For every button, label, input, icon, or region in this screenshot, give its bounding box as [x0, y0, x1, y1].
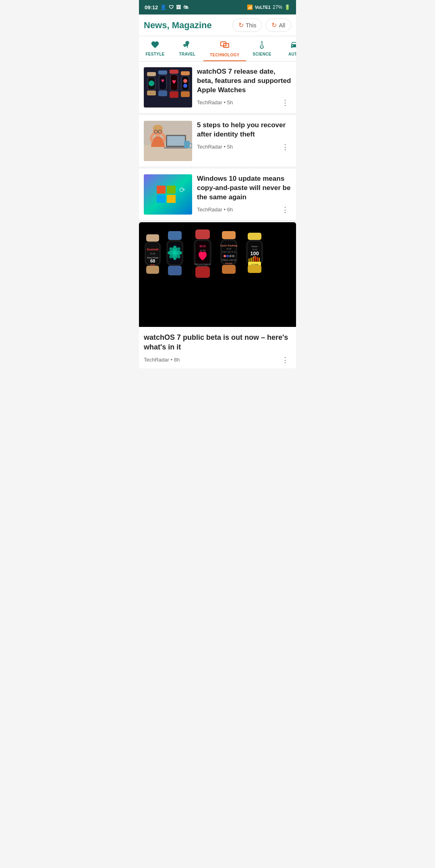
travel-icon: [183, 40, 192, 50]
technology-label: TECHNOLOGY: [210, 53, 240, 57]
auto-label: AUTO: [288, 52, 296, 56]
tab-auto[interactable]: AUTO: [278, 36, 296, 61]
article-card-3[interactable]: ⟳ Windows 10 update means copy-and-paste…: [139, 169, 296, 221]
svg-text:10:09: 10:09: [226, 248, 232, 250]
status-time: 09:12 👤 🛡 🖼 🛍: [145, 4, 188, 10]
svg-rect-14: [158, 70, 167, 74]
svg-rect-24: [181, 71, 190, 75]
tab-travel[interactable]: TRAVEL: [171, 36, 203, 61]
news-list: ♥ ♥ watchOS 7 release date, beta, featur…: [139, 62, 296, 368]
article-source-1: TechRadar • 5h: [197, 99, 233, 105]
shield-icon: 🛡: [169, 4, 174, 10]
battery-text: 27%: [273, 4, 282, 10]
article-card-1[interactable]: ♥ ♥ watchOS 7 release date, beta, featur…: [139, 62, 296, 114]
svg-rect-29: [181, 91, 190, 97]
svg-rect-96: [248, 233, 261, 240]
svg-point-92: [232, 255, 234, 257]
travel-label: TRAVEL: [179, 52, 195, 56]
wifi-icon: 📶: [247, 4, 253, 10]
article-content-3: Windows 10 update means copy-and-paste w…: [197, 174, 291, 214]
svg-point-89: [224, 255, 226, 257]
tab-technology[interactable]: TECHNOLOGY: [203, 36, 246, 61]
more-options-1[interactable]: ⋮: [279, 98, 291, 107]
svg-point-37: [153, 125, 163, 131]
science-label: SCIENCE: [253, 52, 271, 56]
svg-point-27: [183, 79, 187, 83]
big-card-content-1: watchOS 7 public beta is out now – here'…: [139, 327, 296, 368]
svg-text:10:09: 10:09: [150, 252, 155, 255]
tab-science[interactable]: SCIENCE: [246, 36, 278, 61]
svg-rect-23: [170, 91, 178, 98]
science-icon: [258, 40, 267, 50]
svg-rect-26: [182, 76, 188, 90]
svg-rect-42: [157, 186, 166, 194]
svg-rect-47: [139, 222, 296, 327]
svg-point-28: [183, 84, 187, 88]
svg-text:♥: ♥: [172, 78, 176, 86]
big-card-image-1: Summit 10:09 Heart Rate 68 BPM: [139, 222, 296, 327]
svg-rect-106: [253, 257, 254, 262]
svg-text:68: 68: [150, 258, 155, 263]
svg-point-90: [226, 255, 229, 257]
svg-text:Summit: Summit: [147, 248, 159, 251]
lifestyle-icon: [151, 40, 160, 50]
article-card-2[interactable]: 5 steps to help you recover after identi…: [139, 115, 296, 167]
svg-text:Noise: Noise: [251, 245, 258, 248]
svg-text:S M T W T F S: S M T W T F S: [222, 251, 236, 253]
tab-lifestyle[interactable]: FESTYLE: [139, 36, 171, 61]
more-options-2[interactable]: ⋮: [279, 143, 291, 151]
svg-text:ECG: ECG: [199, 245, 206, 248]
svg-rect-48: [146, 234, 159, 242]
article-source-3: TechRadar • 6h: [197, 207, 233, 213]
article-thumb-2: [144, 121, 192, 161]
refresh-this-button[interactable]: ↻ This: [232, 19, 262, 32]
big-card-title-1: watchOS 7 public beta is out now – here'…: [144, 333, 291, 352]
article-title-1: watchOS 7 release date, beta, features a…: [197, 67, 291, 95]
svg-text:Cycle Tracking: Cycle Tracking: [220, 244, 238, 247]
shop-icon: 🛍: [183, 4, 188, 10]
svg-rect-18: [158, 91, 167, 96]
svg-rect-35: [184, 141, 190, 148]
big-card-1[interactable]: Summit 10:09 Heart Rate 68 BPM: [139, 222, 296, 368]
svg-rect-72: [168, 266, 182, 275]
svg-rect-109: [259, 258, 260, 262]
refresh-all-icon: ↻: [271, 21, 277, 29]
article-content-2: 5 steps to help you recover after identi…: [197, 121, 291, 151]
status-indicators: 📶 VoLTE1 27% 🔋: [247, 4, 290, 10]
app-title: News, Magazine: [144, 20, 212, 31]
article-meta-1: TechRadar • 5h ⋮: [197, 98, 291, 107]
svg-rect-57: [146, 266, 159, 274]
svg-rect-108: [257, 257, 258, 262]
svg-rect-107: [255, 256, 256, 262]
refresh-all-button[interactable]: ↻ All: [265, 19, 291, 32]
more-options-big-1[interactable]: ⋮: [279, 355, 291, 364]
svg-rect-81: [195, 267, 210, 278]
article-thumb-3: ⟳: [144, 174, 192, 215]
svg-rect-13: [147, 91, 156, 95]
svg-point-4: [184, 46, 185, 47]
svg-rect-82: [222, 231, 236, 239]
article-thumb-1: ♥ ♥: [144, 67, 192, 107]
more-options-3[interactable]: ⋮: [279, 205, 291, 214]
svg-rect-41: [144, 174, 192, 215]
article-content-1: watchOS 7 release date, beta, features a…: [197, 67, 291, 107]
svg-rect-58: [168, 231, 182, 240]
lifestyle-label: FESTYLE: [145, 52, 164, 56]
svg-rect-43: [167, 186, 176, 194]
svg-rect-73: [195, 229, 210, 239]
article-meta-2: TechRadar • 5h ⋮: [197, 143, 291, 151]
svg-rect-9: [147, 72, 156, 76]
article-title-2: 5 steps to help you recover after identi…: [197, 121, 291, 139]
header-actions: ↻ This ↻ All: [232, 19, 291, 32]
article-meta-3: TechRadar • 6h ⋮: [197, 205, 291, 214]
svg-rect-33: [167, 136, 185, 146]
svg-point-71: [173, 251, 177, 255]
svg-text:⟳: ⟳: [179, 186, 185, 194]
refresh-this-icon: ↻: [238, 21, 244, 29]
svg-rect-95: [222, 265, 236, 274]
svg-rect-7: [224, 44, 228, 47]
svg-point-0: [186, 42, 188, 44]
svg-rect-45: [167, 195, 176, 203]
person-icon: 👤: [160, 4, 166, 10]
app-header: News, Magazine ↻ This ↻ All: [139, 14, 296, 36]
